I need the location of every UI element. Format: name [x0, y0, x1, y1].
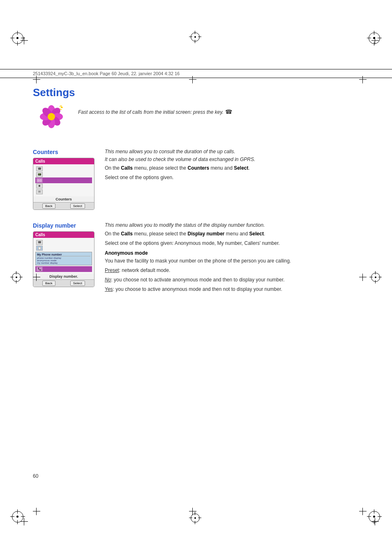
counters-footer-buttons: Back Select	[33, 202, 94, 210]
page-container: 251433924_myC-3b_lu_en.book Page 60 Jeud…	[0, 0, 392, 555]
dn-footer-buttons: Back Select	[33, 279, 94, 287]
counters-menu-item-1: ☎	[35, 166, 92, 172]
menu-icon-4: ✱	[36, 184, 43, 189]
dn-screen-line3: my number display	[37, 262, 90, 264]
dn-icon-3: 📞	[36, 267, 43, 272]
menu-icon-3: 0:0	[36, 178, 43, 183]
dn-select-btn: Select	[70, 281, 85, 286]
counters-select-btn: Select	[70, 203, 85, 209]
dn-preset-desc: : network default mode.	[119, 267, 171, 273]
dn-desc-3: Select one of the options given: Anonymo…	[105, 240, 359, 247]
dn-yes-desc: : you choose to active anonymous mode an…	[113, 286, 282, 292]
menu-icon-1: ☎	[36, 166, 43, 171]
phone-key-icon: ☎	[225, 108, 232, 115]
reg-mark-ml	[10, 271, 23, 283]
counters-right: This menu allows you to consult the dura…	[105, 149, 359, 183]
display-number-section: Display number Calls ☎ 📋 My Phone number	[33, 222, 359, 295]
counters-menu-item-5: ✉	[35, 189, 92, 195]
svg-line-9	[60, 106, 62, 106]
dn-footer-label: Display number.	[33, 274, 94, 279]
dn-preset-label: Preset	[105, 267, 119, 273]
counters-left: Counters Calls ☎ 📟	[33, 149, 97, 210]
counters-footer-label: Counters	[33, 196, 94, 202]
page-number: 60	[33, 473, 38, 479]
counters-calls-bold: Calls	[121, 165, 133, 171]
dn-screen-title: My Phone number	[37, 253, 90, 256]
counters-desc-1: This menu allows you to consult the dura…	[105, 149, 359, 154]
counters-section: Counters Calls ☎ 📟	[33, 149, 359, 210]
reg-mark-tl	[10, 31, 25, 46]
dn-select-bold: Select	[249, 231, 264, 237]
counters-phone-mockup: Calls ☎ 📟 0:0	[33, 158, 95, 210]
svg-point-8	[48, 113, 55, 120]
dn-menu-item-2: 📋	[35, 245, 92, 251]
display-number-heading: Display number	[33, 222, 97, 229]
counters-menu-item-4: ✱	[35, 183, 92, 189]
file-info-bar: 251433924_myC-3b_lu_en.book Page 60 Jeud…	[0, 69, 392, 78]
dn-anon-subheading: Anonymous mode	[105, 250, 359, 256]
counters-menu-item-2: 📟	[35, 172, 92, 177]
svg-point-12	[61, 106, 62, 108]
reg-mark-mt	[189, 31, 201, 43]
counters-desc-4: Select one of the options given.	[105, 174, 359, 181]
menu-icon-5: ✉	[36, 189, 43, 194]
intro-row: Fast access to the list of calls from th…	[33, 102, 359, 140]
counters-desc-3: On the Calls menu, please select the Cou…	[105, 164, 359, 172]
reg-mark-tr	[367, 31, 382, 46]
dn-back-btn: Back	[42, 281, 55, 286]
dn-no-desc: : you choose not to activate anonymous m…	[111, 277, 284, 283]
counters-counters-bold: Counters	[187, 165, 209, 171]
counters-phone-body: ☎ 📟 0:0	[33, 164, 94, 196]
counters-select-bold: Select	[234, 165, 248, 171]
display-number-phone-header: Calls	[33, 232, 94, 238]
dn-icon-2: 📋	[36, 246, 43, 251]
display-number-left: Display number Calls ☎ 📋 My Phone number	[33, 222, 97, 287]
file-info-text: 251433924_myC-3b_lu_en.book Page 60 Jeud…	[33, 71, 180, 76]
display-number-right: This menu allows you to modify the statu…	[105, 222, 359, 295]
dn-calls-bold: Calls	[121, 231, 133, 237]
counters-back-btn: Back	[42, 203, 55, 209]
reg-mark-br	[367, 509, 382, 524]
flower-image	[37, 102, 66, 132]
dn-yes: Yes: you choose to active anonymous mode…	[105, 286, 359, 293]
counters-menu-item-3-selected: 0:0	[35, 177, 92, 183]
reg-mark-bl	[10, 509, 25, 524]
reg-mark-mr	[369, 271, 382, 283]
dn-desc-2: On the Calls menu, please select the Dis…	[105, 230, 359, 237]
display-number-phone-mockup: Calls ☎ 📋 My Phone number phone number d…	[33, 231, 95, 287]
dn-no-label: No	[105, 277, 111, 283]
dn-desc-1: This menu allows you to modify the statu…	[105, 222, 359, 228]
counters-heading: Counters	[33, 149, 97, 155]
dn-anon-desc: You have the facility to mask your numbe…	[105, 257, 359, 265]
dn-preset: Preset: network default mode.	[105, 267, 359, 274]
dn-no: No: you choose not to activate anonymous…	[105, 276, 359, 283]
dn-menu-item-1: ☎	[35, 240, 92, 245]
dn-yes-label: Yes	[105, 286, 113, 292]
counters-desc-2: It can also be used to check the volume …	[105, 157, 359, 162]
dn-menu-item-3-selected: 📞	[35, 266, 92, 272]
reg-mark-mb	[189, 512, 201, 524]
fast-access-note: Fast access to the list of calls from th…	[66, 102, 359, 115]
menu-icon-2: 📟	[36, 172, 43, 177]
dn-display-bold: Display number	[187, 231, 224, 237]
page-title: Settings	[33, 86, 359, 99]
counters-phone-header: Calls	[33, 158, 94, 164]
dn-icon-1: ☎	[36, 240, 43, 245]
fast-access-text: Fast access to the list of calls from th…	[78, 109, 224, 115]
dn-screen: My Phone number phone number display ano…	[35, 252, 92, 265]
main-content: Settings	[33, 82, 359, 473]
display-number-phone-body: ☎ 📋 My Phone number phone number display…	[33, 238, 94, 274]
